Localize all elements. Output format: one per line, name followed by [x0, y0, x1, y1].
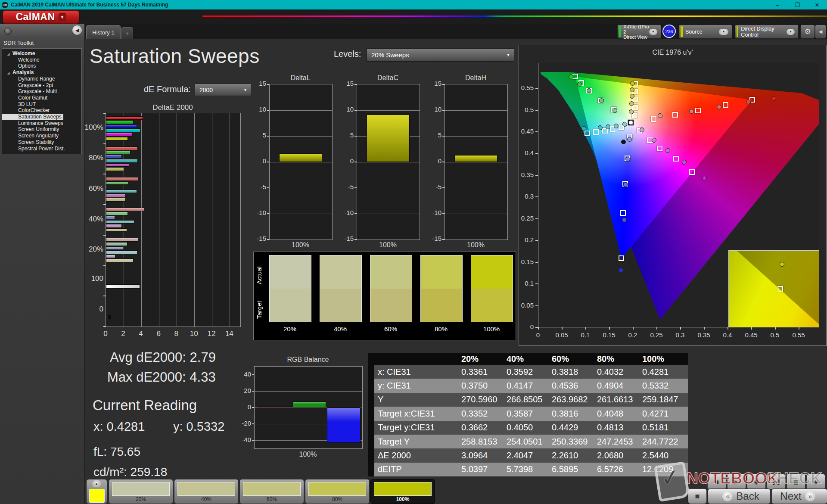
- table-cell: 0.5332: [639, 379, 684, 392]
- y-tick: [442, 110, 445, 111]
- target-swatch-80%: [421, 289, 462, 322]
- sidebar-item-label: Saturation Sweeps: [18, 114, 62, 120]
- y-tick-label: 10: [337, 106, 354, 113]
- sidebar-item-colorchecker[interactable]: ColorChecker: [2, 107, 81, 114]
- y-tick: [354, 110, 357, 111]
- table-cell: 263.9682: [548, 393, 594, 407]
- meter-name: X-Rite i1Pro 2: [623, 24, 649, 34]
- sidebar-item-analysis[interactable]: ◢Analysis: [2, 69, 81, 76]
- x-tick: [680, 327, 681, 330]
- y-tick: [103, 235, 106, 236]
- table-cell: 254.0501: [503, 435, 548, 448]
- current-reading-title: Current Reading: [93, 397, 197, 414]
- table-col-header: 20%: [458, 353, 503, 365]
- chevron-down-icon: ▼: [787, 29, 795, 35]
- workflow-status-icon[interactable]: [4, 28, 12, 35]
- deltae-bar-blue: [106, 155, 122, 159]
- de-formula-dropdown[interactable]: 2000 ▼: [195, 84, 251, 96]
- stop-button[interactable]: ■: [688, 488, 707, 504]
- row-accent: [368, 379, 374, 392]
- sidebar-collapse-button[interactable]: ◀: [72, 25, 82, 35]
- y-tick: [442, 84, 445, 85]
- y-tick-label: 0.15: [519, 258, 534, 265]
- cie-target-red: [672, 112, 678, 118]
- transport-button[interactable]: ◈: [806, 474, 825, 489]
- sidebar-item-saturation-sweeps[interactable]: Saturation Sweeps: [2, 114, 63, 120]
- next-button[interactable]: Next »: [771, 488, 827, 504]
- y-tick-label: -5: [250, 183, 266, 190]
- chevron-down-icon: ▼: [243, 88, 247, 92]
- sidebar-item-luminance-sweeps[interactable]: Luminance Sweeps: [2, 120, 81, 127]
- expander-icon[interactable]: ◢: [7, 51, 9, 58]
- transport-button[interactable]: ▦: [787, 474, 805, 489]
- y-tick: [354, 187, 357, 188]
- sidebar-item-screen-angularity[interactable]: Screen Angularity: [2, 133, 81, 139]
- transport-button[interactable]: ▶: [727, 474, 746, 489]
- meter-count-badge[interactable]: 236: [662, 25, 676, 38]
- sidebar-item-label: Welcome: [18, 57, 40, 63]
- x-tick: [751, 327, 752, 330]
- restore-button[interactable]: ❐: [787, 0, 807, 9]
- sidebar-item-options[interactable]: Options: [2, 63, 81, 69]
- levels-dropdown[interactable]: 20% Sweeps ▼: [367, 48, 514, 62]
- y-tick: [535, 110, 538, 111]
- swatch-column-40%: [320, 255, 362, 322]
- table-row: Y270.5960266.8505263.9682261.6613259.184…: [368, 393, 688, 407]
- deltaC-plot: [357, 84, 420, 240]
- sidebar-item-screen-uniformity[interactable]: Screen Uniformity: [2, 126, 81, 133]
- sidebar-item-spectral-power-dist-[interactable]: Spectral Power Dist.: [2, 146, 81, 152]
- display-control-dropdown[interactable]: Direct Display Control ▼: [735, 25, 799, 39]
- y-tick-label: 5: [250, 131, 266, 139]
- cie-target-magenta: [673, 156, 679, 162]
- sidebar-item-screen-stability[interactable]: Screen Stability: [2, 139, 81, 146]
- panel-collapse-button[interactable]: ◀: [815, 25, 826, 39]
- sidebar-item-dynamic-range[interactable]: Dynamic Range: [2, 76, 81, 82]
- expander-icon[interactable]: ◢: [7, 70, 9, 77]
- back-button[interactable]: « Back: [708, 488, 771, 504]
- patch-up-button[interactable]: ▲: [92, 480, 101, 487]
- source-dropdown[interactable]: Source ▼: [679, 25, 732, 39]
- close-button[interactable]: ✕: [807, 0, 827, 9]
- chevron-left-icon: «: [722, 491, 733, 501]
- sidebar-item-grayscale-2pt[interactable]: Grayscale - 2pt: [2, 82, 81, 89]
- sidebar-item-3d-lut[interactable]: 3D LUT: [2, 101, 81, 108]
- y-tick: [103, 113, 106, 114]
- transport-button[interactable]: ◉: [747, 474, 766, 489]
- row-label: x: CIE31: [374, 365, 458, 379]
- sidebar-item-welcome[interactable]: Welcome: [2, 57, 81, 63]
- transport-button[interactable]: ◼: [707, 474, 726, 489]
- y-tick-label: 0: [250, 157, 266, 165]
- patch-button-20%[interactable]: 20%: [109, 479, 173, 504]
- tab-history-1[interactable]: History 1: [86, 25, 121, 39]
- y-tick-label: 20: [235, 387, 251, 394]
- gridline: [445, 188, 507, 188]
- back-label: Back: [736, 490, 759, 502]
- meter-dropdown[interactable]: X-Rite i1Pro 2 Direct View ▼: [617, 25, 661, 39]
- add-tab-button[interactable]: +: [121, 27, 133, 39]
- table-col-header: 60%: [548, 353, 594, 365]
- y-tick-label: 0.55: [519, 84, 534, 91]
- table-col-header: 40%: [503, 353, 548, 365]
- sidebar-item-color-gamut[interactable]: Color Gamut: [2, 95, 81, 101]
- minimize-button[interactable]: –: [768, 0, 787, 9]
- gear-icon[interactable]: ⚙: [800, 25, 815, 39]
- deltaC-chart: DeltaC-15-10-5051015100%: [337, 74, 438, 251]
- patch-button-100%[interactable]: 100%: [370, 479, 435, 504]
- actual-swatch-80%: [421, 255, 462, 289]
- sidebar-item-welcome[interactable]: ◢Welcome: [2, 50, 81, 57]
- y-tick-label: -10: [250, 209, 266, 216]
- patch-button-40%[interactable]: 40%: [174, 479, 239, 504]
- chevron-down-icon: ▼: [59, 13, 66, 21]
- cie-target-blue: [620, 210, 626, 216]
- cie-plot[interactable]: [538, 63, 819, 327]
- patch-button-80%[interactable]: 80%: [305, 479, 370, 504]
- transport-button[interactable]: ❚❚: [767, 474, 786, 489]
- sidebar-item-grayscale-multi[interactable]: Grayscale - Multi: [2, 88, 81, 95]
- calman-menu-button[interactable]: CalMAN ▼: [3, 10, 79, 24]
- gridline: [212, 113, 212, 327]
- x-tick-label: 4: [136, 330, 146, 338]
- patch-button-60%[interactable]: 60%: [239, 479, 304, 504]
- table-cell: 266.8505: [503, 393, 548, 407]
- patch-swatch: [177, 482, 235, 496]
- inset-target-point: [777, 286, 783, 292]
